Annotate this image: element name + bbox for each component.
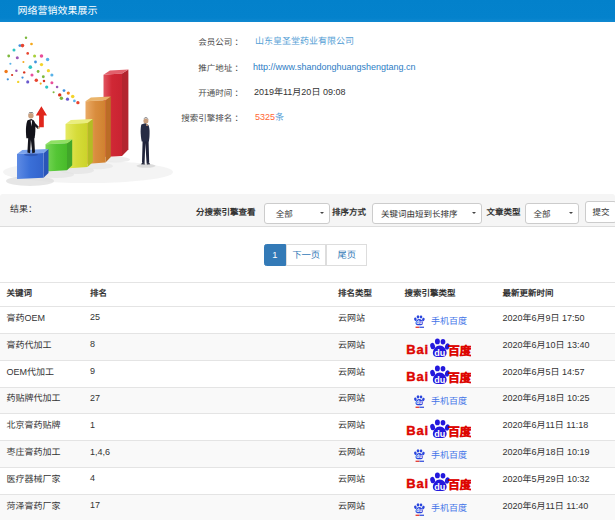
svg-text:du: du bbox=[416, 508, 422, 513]
svg-text:du: du bbox=[416, 401, 422, 406]
svg-text:du: du bbox=[416, 320, 422, 325]
svg-text:百度: 百度 bbox=[448, 475, 471, 491]
svg-text:du: du bbox=[434, 348, 445, 357]
svg-text:du: du bbox=[416, 454, 422, 459]
svg-text:du: du bbox=[434, 428, 445, 437]
svg-text:Bai: Bai bbox=[406, 477, 429, 492]
svg-text:du: du bbox=[434, 482, 445, 491]
svg-text:du: du bbox=[434, 375, 445, 384]
svg-text:Bai: Bai bbox=[406, 369, 429, 384]
svg-text:百度: 百度 bbox=[448, 341, 471, 357]
svg-text:Bai: Bai bbox=[406, 423, 429, 438]
svg-text:百度: 百度 bbox=[448, 368, 471, 384]
svg-text:Bai: Bai bbox=[406, 343, 429, 358]
svg-text:百度: 百度 bbox=[448, 421, 471, 437]
